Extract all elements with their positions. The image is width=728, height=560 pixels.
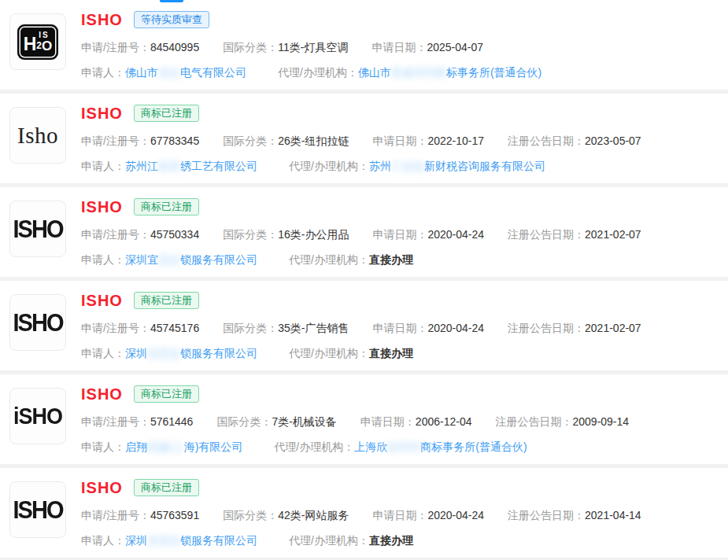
applicant-link[interactable]: 苏州江南刺绣工艺有限公司	[125, 160, 257, 172]
censored-text: 创专利	[387, 440, 420, 453]
field-label: 申请/注册号：	[81, 134, 150, 147]
field-label: 申请/注册号：	[81, 322, 150, 334]
agency-direct-text: 直接办理	[369, 534, 413, 547]
field-label: 申请日期：	[371, 41, 427, 53]
censored-text: 凌达	[158, 66, 180, 79]
registration-publish-date: 2021-02-07	[585, 228, 641, 241]
censored-text: 汇金创	[391, 160, 424, 172]
applicant-link[interactable]: 深圳宜昌连锁服务有限公司	[125, 253, 257, 266]
registration-publish-date: 2009-09-14	[572, 415, 629, 428]
logo-text: IS	[39, 31, 49, 39]
field-label: 注册公告日期：	[508, 322, 585, 334]
agency-link[interactable]: 上海欣创专利商标事务所(普通合伙)	[354, 440, 527, 453]
field-label: 申请/注册号：	[81, 228, 150, 241]
field-label: 国际分类：	[223, 228, 278, 241]
registration-number: 5761446	[150, 415, 194, 428]
applicant-link[interactable]: 启翔机械(上海)有限公司	[125, 440, 242, 453]
logo-text: O	[42, 39, 52, 53]
field-label: 申请/注册号：	[81, 41, 150, 53]
detail-line: 申请/注册号：45750334 国际分类：16类-办公用品 申请日期：2020-…	[81, 227, 728, 242]
registration-publish-date: 2023-05-07	[585, 134, 641, 147]
logo-text: 2	[36, 41, 42, 50]
trademark-name-link[interactable]: ISHO	[81, 479, 123, 497]
detail-line: 申请人：深圳宜昌连锁服务有限公司 代理/办理机构：直接办理	[81, 252, 728, 267]
field-label: 代理/办理机构：	[289, 253, 369, 266]
trademark-result-card: H IS 2 O ISHO 等待实质审查 申请/注册号：84540995 国际分…	[0, 0, 728, 90]
field-label: 申请日期：	[360, 415, 416, 428]
field-label: 申请人：	[81, 160, 125, 172]
status-badge: 等待实质审查	[134, 11, 209, 28]
international-class: 42类-网站服务	[278, 509, 349, 521]
applicant-link[interactable]: 深圳宜昌连锁服务有限公司	[125, 347, 257, 359]
trademark-logo-thumbnail[interactable]: ISHO	[9, 201, 66, 257]
status-badge: 商标已注册	[134, 198, 199, 216]
trademark-name-link[interactable]: ISHO	[81, 11, 123, 29]
isho-bold-logo-image: ISHO	[13, 308, 63, 337]
field-label: 申请人：	[81, 534, 125, 547]
detail-line: 申请人：苏州江南刺绣工艺有限公司 代理/办理机构：苏州汇金创新财税咨询服务有限公…	[81, 159, 728, 174]
censored-text: 君威专利商	[391, 66, 446, 79]
international-class: 35类-广告销售	[278, 322, 349, 334]
isho-serif-logo-image: Isho	[17, 123, 58, 149]
trademark-logo-thumbnail[interactable]: ISHO	[9, 294, 66, 351]
international-class: 11类-灯具空调	[278, 41, 348, 53]
trademark-result-card: iSHO ISHO 商标已注册 申请/注册号：5761446 国际分类：7类-机…	[0, 374, 728, 464]
field-label: 申请/注册号：	[81, 415, 150, 428]
trademark-result-card: Isho ISHO 商标已注册 申请/注册号：67783345 国际分类：26类…	[0, 94, 728, 183]
field-label: 申请人：	[81, 440, 125, 453]
field-label: 申请日期：	[372, 322, 427, 334]
field-label: 注册公告日期：	[508, 134, 585, 147]
field-label: 申请人：	[81, 66, 125, 79]
trademark-name-link[interactable]: ISHO	[81, 292, 123, 310]
censored-text: 昌连	[158, 253, 180, 266]
field-label: 注册公告日期：	[508, 228, 585, 241]
international-class: 16类-办公用品	[278, 228, 349, 241]
censored-text: 南刺	[158, 160, 180, 172]
censored-text: 机械(上	[147, 440, 184, 453]
applicant-link[interactable]: 佛山市凌达电气有限公司	[125, 66, 246, 79]
registration-number: 45750334	[150, 228, 199, 241]
registration-number: 45745176	[150, 322, 199, 334]
application-date: 2020-04-24	[427, 509, 484, 521]
registration-publish-date: 2021-04-14	[585, 509, 641, 521]
application-date: 2020-04-24	[427, 322, 484, 334]
isho-bold-logo-image: ISHO	[13, 496, 63, 524]
application-date: 2020-04-24	[427, 228, 484, 241]
status-badge: 商标已注册	[134, 292, 199, 309]
applicant-link[interactable]: 深圳宜昌连锁服务有限公司	[125, 534, 257, 547]
trademark-logo-thumbnail[interactable]: ISHO	[9, 481, 66, 538]
field-label: 代理/办理机构：	[289, 534, 369, 547]
field-label: 申请日期：	[372, 134, 427, 147]
trademark-logo-thumbnail[interactable]: H IS 2 O	[9, 13, 66, 70]
detail-line: 申请人：深圳宜昌连锁服务有限公司 代理/办理机构：直接办理	[81, 346, 728, 361]
trademark-logo-thumbnail[interactable]: iSHO	[9, 388, 66, 444]
application-date: 2006-12-04	[416, 415, 472, 428]
trademark-name-link[interactable]: ISHO	[81, 105, 123, 123]
detail-line: 申请人：深圳宜昌连锁服务有限公司 代理/办理机构：直接办理	[81, 533, 728, 548]
agency-direct-text: 直接办理	[369, 253, 413, 266]
detail-line: 申请人：佛山市凌达电气有限公司 代理/办理机构：佛山市君威专利商标事务所(普通合…	[81, 65, 728, 80]
detail-line: 申请人：启翔机械(上海)有限公司 代理/办理机构：上海欣创专利商标事务所(普通合…	[81, 440, 728, 455]
registration-number: 45763591	[150, 509, 199, 521]
censored-text: 宜昌连	[147, 534, 180, 547]
status-badge: 商标已注册	[134, 479, 199, 496]
trademark-name-link[interactable]: ISHO	[81, 198, 123, 216]
trademark-logo-thumbnail[interactable]: Isho	[9, 107, 66, 164]
detail-line: 申请/注册号：45745176 国际分类：35类-广告销售 申请日期：2020-…	[81, 321, 728, 336]
agency-link[interactable]: 佛山市君威专利商标事务所(普通合伙)	[358, 66, 541, 79]
detail-line: 申请/注册号：67783345 国际分类：26类-纽扣拉链 申请日期：2022-…	[81, 134, 728, 149]
trademark-result-card: ISHO ISHO 商标已注册 申请/注册号：45750334 国际分类：16类…	[0, 187, 728, 277]
trademark-name-link[interactable]: ISHO	[81, 385, 123, 403]
field-label: 申请人：	[81, 347, 125, 359]
field-label: 国际分类：	[223, 509, 278, 521]
field-label: 申请日期：	[372, 228, 427, 241]
agency-link[interactable]: 苏州汇金创新财税咨询服务有限公司	[369, 160, 545, 172]
application-date: 2025-04-07	[427, 41, 483, 53]
field-label: 注册公告日期：	[508, 509, 585, 521]
registration-number: 67783345	[150, 134, 199, 147]
active-tab-indicator	[160, 0, 183, 2]
registration-number: 84540995	[150, 41, 199, 53]
field-label: 申请人：	[81, 253, 125, 266]
field-label: 代理/办理机构：	[289, 160, 369, 172]
field-label: 代理/办理机构：	[289, 347, 369, 359]
